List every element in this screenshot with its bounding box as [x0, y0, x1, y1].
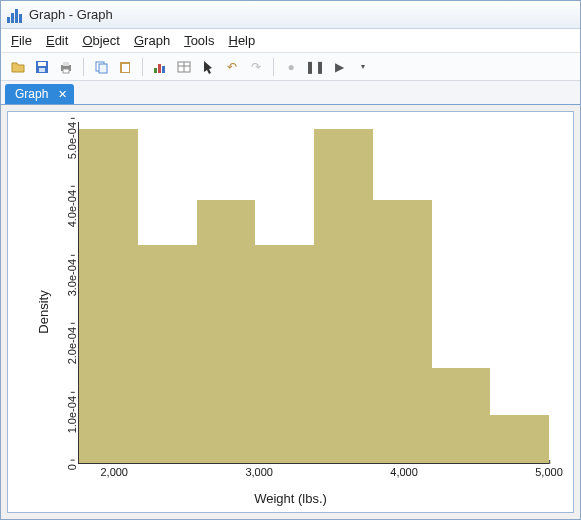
open-icon[interactable] [9, 58, 27, 76]
histogram-bar [255, 245, 314, 463]
graph-container: Density Weight (lbs.) 01.0e-042.0e-043.0… [1, 105, 580, 519]
menu-help[interactable]: Help [228, 33, 255, 48]
y-tick: 5.0e-04 [66, 122, 78, 159]
toolbar: ↶ ↷ ● ❚❚ ▶ ▾ [1, 53, 580, 81]
close-icon[interactable]: ✕ [56, 88, 68, 100]
svg-rect-1 [38, 62, 46, 66]
toolbar-separator [83, 58, 84, 76]
save-icon[interactable] [33, 58, 51, 76]
y-tick: 3.0e-04 [66, 259, 78, 296]
plot-area [78, 122, 549, 464]
undo-icon[interactable]: ↶ [223, 58, 241, 76]
svg-rect-11 [158, 64, 161, 73]
histogram-bar [138, 245, 197, 463]
redo-icon[interactable]: ↷ [247, 58, 265, 76]
histogram-bars [79, 122, 549, 463]
y-tick: 0 [66, 464, 78, 470]
paste-icon[interactable] [116, 58, 134, 76]
svg-rect-5 [63, 69, 69, 73]
dropdown-icon[interactable]: ▾ [354, 58, 372, 76]
tab-bar: Graph ✕ [1, 81, 580, 105]
window-title: Graph - Graph [29, 7, 113, 22]
play-icon[interactable]: ▶ [330, 58, 348, 76]
menu-file[interactable]: File [11, 33, 32, 48]
title-bar: Graph - Graph [1, 1, 580, 29]
histogram-bar [314, 129, 373, 463]
menu-tools[interactable]: Tools [184, 33, 214, 48]
histogram-bar [373, 200, 432, 463]
x-axis-ticks: 2,0003,0004,0005,000 [78, 466, 549, 482]
menu-bar: File Edit Object Graph Tools Help [1, 29, 580, 53]
pause-icon[interactable]: ❚❚ [306, 58, 324, 76]
y-tick: 2.0e-04 [66, 327, 78, 364]
x-tick: 4,000 [390, 466, 418, 478]
x-axis-label: Weight (lbs.) [254, 491, 327, 506]
svg-rect-4 [63, 62, 69, 66]
menu-edit[interactable]: Edit [46, 33, 68, 48]
y-axis-ticks: 01.0e-042.0e-043.0e-044.0e-045.0e-04 [42, 122, 76, 464]
record-icon[interactable]: ● [282, 58, 300, 76]
menu-object[interactable]: Object [82, 33, 120, 48]
toolbar-separator [273, 58, 274, 76]
app-icon [7, 7, 23, 23]
tab-graph[interactable]: Graph ✕ [5, 84, 74, 104]
copy-icon[interactable] [92, 58, 110, 76]
menu-graph[interactable]: Graph [134, 33, 170, 48]
y-tick: 4.0e-04 [66, 190, 78, 227]
x-tick: 2,000 [100, 466, 128, 478]
histogram-bar [490, 415, 549, 463]
x-tick: 3,000 [245, 466, 273, 478]
pointer-icon[interactable] [199, 58, 217, 76]
histogram-bar [197, 200, 256, 463]
svg-rect-9 [122, 64, 129, 72]
print-icon[interactable] [57, 58, 75, 76]
table-icon[interactable] [175, 58, 193, 76]
toolbar-separator [142, 58, 143, 76]
y-tick: 1.0e-04 [66, 396, 78, 433]
graph-panel: Density Weight (lbs.) 01.0e-042.0e-043.0… [7, 111, 574, 513]
histogram-bar [432, 368, 491, 463]
tab-label: Graph [15, 87, 48, 101]
chart-icon[interactable] [151, 58, 169, 76]
histogram-bar [79, 129, 138, 463]
svg-rect-12 [162, 66, 165, 73]
svg-rect-2 [39, 68, 45, 72]
x-tick: 5,000 [535, 466, 563, 478]
svg-rect-10 [154, 68, 157, 73]
svg-rect-7 [99, 64, 107, 73]
